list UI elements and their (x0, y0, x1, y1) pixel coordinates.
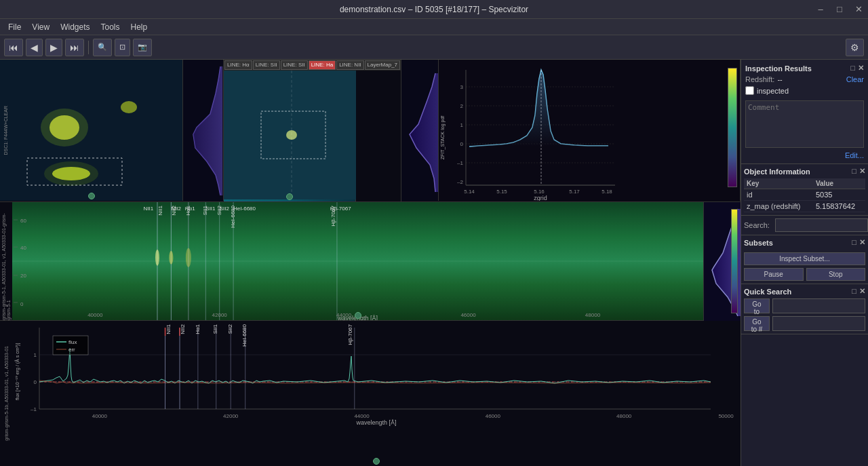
tab-layer-map[interactable]: LayerMap_7 (365, 60, 400, 70)
svg-point-51 (155, 250, 159, 266)
svg-text:42000: 42000 (212, 312, 228, 318)
inspect-subset-button[interactable]: Inspect Subset... (744, 252, 865, 265)
svg-text:HeI-6680: HeI-6680 (233, 206, 256, 212)
svg-text:5.14: 5.14 (464, 189, 475, 195)
quick-search-close-icon[interactable]: ✕ (859, 287, 865, 296)
window-title: demonstration.csv – ID 5035 [#18/177] – … (340, 5, 528, 14)
goto-id-button[interactable]: Go to ID (744, 298, 770, 313)
back-button[interactable]: ◀ (26, 39, 43, 56)
svg-text:60: 60 (20, 218, 26, 224)
svg-point-52 (169, 251, 173, 265)
redshift-value: -- (777, 75, 782, 83)
settings-button[interactable]: ⚙ (846, 39, 864, 56)
tab-line-ha1[interactable]: LINE: Hα (224, 60, 252, 70)
spectrum-1d-canvas: 1 0 –1 40000 42000 44000 46000 48000 500… (12, 321, 741, 466)
close-button[interactable]: ✕ (849, 0, 868, 19)
toolbar-separator (88, 41, 89, 54)
inspected-checkbox[interactable] (745, 86, 754, 95)
pause-stop-row: Pause Stop (744, 268, 865, 281)
tab-line-sii1[interactable]: LINE: SII (253, 60, 280, 70)
svg-text:20: 20 (20, 273, 26, 279)
subsets-section: Subsets □ ✕ Inspect Subset... Pause Stop (741, 235, 868, 284)
colorbar-2d (731, 209, 738, 313)
obj-info-close-icon[interactable]: ✕ (859, 167, 865, 176)
svg-text:err: err (68, 347, 75, 353)
svg-text:48000: 48000 (585, 312, 601, 318)
forward-button[interactable]: ▶ (45, 39, 62, 56)
zoom-button[interactable]: 🔍 (93, 39, 112, 56)
obj-info-expand-icon[interactable]: □ (852, 167, 856, 176)
tab-line-ha2[interactable]: LINE: Ha (309, 60, 336, 70)
menu-widgets[interactable]: Widgets (55, 21, 95, 33)
svg-text:44000: 44000 (354, 413, 370, 419)
maximize-button[interactable]: □ (830, 0, 849, 19)
goto-id-input[interactable] (772, 298, 865, 313)
screenshot-button[interactable]: 📷 (133, 39, 152, 56)
quick-search-section: Quick Search □ ✕ Go to ID Go to # (741, 284, 868, 334)
tab-line-sii2[interactable]: LINE: SII (281, 60, 308, 70)
svg-text:SII2: SII2 (220, 206, 230, 212)
svg-text:–2: –2 (457, 179, 463, 185)
svg-text:46000: 46000 (460, 312, 476, 318)
left-panel: DSC1: F444W+CLEAR (0, 60, 741, 466)
svg-point-6 (121, 101, 137, 113)
minimize-button[interactable]: – (811, 0, 830, 19)
image-tabs: LINE: Hα LINE: SII LINE: SII LINE: Ha LI… (224, 60, 401, 71)
forward-end-button[interactable]: ⏭ (65, 39, 84, 56)
quick-search-title: Quick Search □ ✕ (744, 287, 865, 296)
tab-line-nii[interactable]: LINE: NII (336, 60, 363, 70)
menu-file[interactable]: File (3, 21, 26, 33)
svg-text:zgrid: zgrid (534, 195, 547, 201)
inspected-label: inspected (757, 87, 789, 95)
spectrum-2d-main: 60 40 20 0 40000 42000 44000 46000 48000… (12, 202, 703, 320)
titlebar: demonstration.csv – ID 5035 [#18/177] – … (0, 0, 868, 19)
svg-text:5.15: 5.15 (496, 189, 507, 195)
top-section: DSC1: F444W+CLEAR (0, 60, 741, 202)
quick-search-expand-icon[interactable]: □ (852, 287, 856, 296)
gear-icon: ⚙ (850, 42, 859, 53)
search-label: Search: (744, 221, 770, 229)
svg-text:40000: 40000 (92, 413, 108, 419)
svg-text:SII1: SII1 (205, 206, 216, 212)
table-row: z_map (redshift) 5.15837642 (744, 201, 865, 212)
key-zmap: z_map (redshift) (744, 201, 813, 212)
goto-hash-button[interactable]: Go to # (744, 316, 770, 331)
image-side-profile2 (401, 60, 439, 201)
goto-hash-input[interactable] (772, 316, 865, 331)
main-layout: DSC1: F444W+CLEAR (0, 60, 868, 466)
svg-text:1: 1 (34, 352, 37, 358)
svg-rect-17 (439, 60, 740, 201)
subsets-close-icon[interactable]: ✕ (859, 238, 865, 247)
reset-view-button[interactable]: ⊡ (115, 39, 130, 56)
menu-tools[interactable]: Tools (96, 21, 125, 33)
inspection-results-title: Inspection Results □ ✕ (745, 64, 864, 73)
colorbar-zfit (728, 68, 737, 187)
svg-text:1: 1 (460, 122, 464, 128)
back-start-button[interactable]: ⏮ (4, 39, 23, 56)
pause-button[interactable]: Pause (744, 268, 804, 281)
spectrum-1d-section: grism-grism-5-1b, A50333-01, v1, A50333-… (0, 321, 741, 466)
edit-link[interactable]: Edit... (745, 151, 864, 159)
inspection-results-expand-icon[interactable]: □ (850, 64, 855, 73)
menu-help[interactable]: Help (125, 21, 153, 33)
svg-text:40000: 40000 (87, 312, 103, 318)
search-input[interactable] (775, 218, 868, 232)
col-key: Key (744, 178, 813, 189)
zfit-canvas: 3 2 1 0 –1 –2 5.14 5.15 5.16 5.17 5.18 z… (439, 60, 740, 201)
middle-image-canvas (224, 71, 356, 199)
svg-text:NII2: NII2 (171, 206, 181, 212)
svg-text:0: 0 (460, 141, 464, 147)
spectrum-2d-side (703, 202, 741, 320)
inspection-results-close-icon[interactable]: ✕ (858, 64, 864, 73)
clear-button[interactable]: Clear (846, 75, 864, 83)
svg-text:3: 3 (460, 84, 464, 90)
goto-hash-row: Go to # (744, 316, 865, 331)
image-middle (224, 71, 356, 201)
svg-text:wavelength [Å]: wavelength [Å] (355, 419, 396, 426)
subsets-expand-icon[interactable]: □ (852, 238, 856, 247)
zfit-panel: 3 2 1 0 –1 –2 5.14 5.15 5.16 5.17 5.18 z… (439, 60, 741, 201)
spectrum-2d-section: grism-grism-5-1, A50333-01, v1, A50333-0… (0, 202, 741, 321)
stop-button[interactable]: Stop (806, 268, 866, 281)
comment-textarea[interactable] (745, 100, 864, 148)
menu-view[interactable]: View (26, 21, 55, 33)
